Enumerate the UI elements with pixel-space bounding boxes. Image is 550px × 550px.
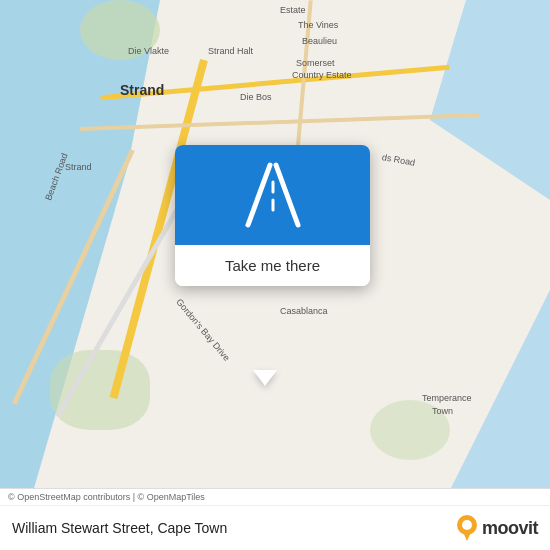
bottom-bar: © OpenStreetMap contributors | © OpenMap… [0, 488, 550, 550]
svg-line-0 [248, 165, 270, 225]
address-bar: William Stewart Street, Cape Town moovit [0, 506, 550, 550]
moovit-brand-text: moovit [482, 518, 538, 539]
svg-line-1 [276, 165, 298, 225]
navigation-popup: Take me there [175, 145, 370, 286]
terrain-patch-2 [50, 350, 150, 430]
map-label-estate: Estate [280, 5, 306, 15]
map-label-strand-halt: Strand Halt [208, 46, 253, 56]
svg-point-5 [462, 520, 472, 530]
svg-marker-6 [463, 532, 471, 541]
popup-icon-area [175, 145, 370, 245]
map-label-temperance: Temperance [422, 393, 472, 403]
address-text: William Stewart Street, Cape Town [12, 520, 227, 536]
map-label-bos: Die Bos [240, 92, 272, 102]
moovit-pin-icon [455, 514, 479, 542]
map-container: Estate The Vines Beaulieu Die Vlakte Str… [0, 0, 550, 550]
map-label-somerset: Somerset [296, 58, 335, 68]
map-label-vlakte: Die Vlakte [128, 46, 169, 56]
popup-tail [253, 370, 277, 386]
map-label-country-estate: Country Estate [292, 70, 352, 80]
map-label-strand-2: Strand [65, 162, 92, 172]
map-label-casablanca-2: Casablanca [280, 306, 328, 316]
map-attribution: © OpenStreetMap contributors | © OpenMap… [0, 489, 550, 506]
map-label-strand: Strand [120, 82, 164, 98]
map-label-town: Town [432, 406, 453, 416]
road-navigation-icon [238, 160, 308, 230]
take-me-there-button[interactable]: Take me there [175, 245, 370, 286]
moovit-logo: moovit [455, 514, 538, 542]
map-label-beaulieu: Beaulieu [302, 36, 337, 46]
map-label-vines: The Vines [298, 20, 338, 30]
